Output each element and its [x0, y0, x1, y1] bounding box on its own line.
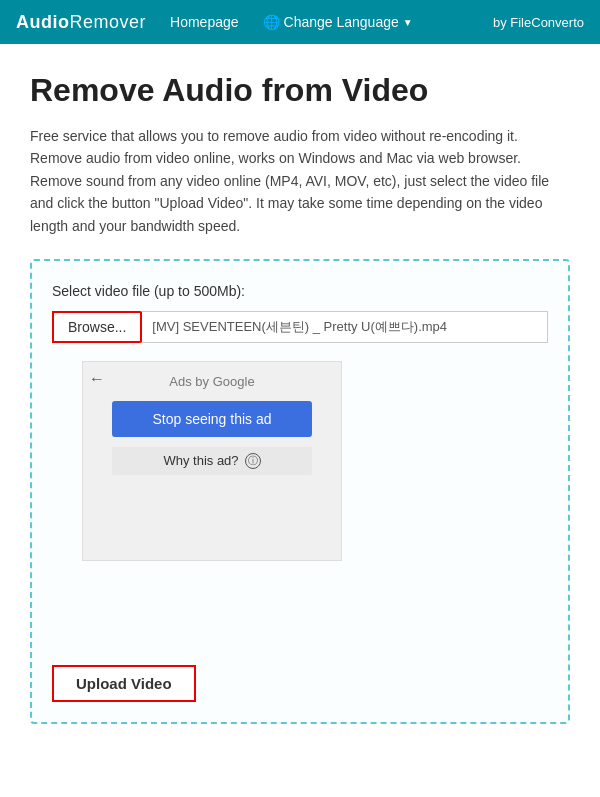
why-this-ad-row[interactable]: Why this ad? ⓘ — [112, 447, 312, 475]
select-label: Select video file (up to 500Mb): — [52, 283, 548, 299]
file-name-display: [MV] SEVENTEEN(세븐틴) _ Pretty U(예쁘다).mp4 — [140, 311, 548, 343]
homepage-label: Homepage — [170, 14, 239, 30]
site-logo: AudioRemover — [16, 12, 146, 33]
description-text: Free service that allows you to remove a… — [30, 125, 570, 237]
page-title: Remove Audio from Video — [30, 72, 570, 109]
stop-seeing-ad-button[interactable]: Stop seeing this ad — [112, 401, 312, 437]
ad-container: ← Ads by Google Stop seeing this ad Why … — [82, 361, 342, 561]
ads-by-google-label: Ads by Google — [169, 374, 254, 389]
ad-back-arrow[interactable]: ← — [89, 370, 105, 388]
browse-button[interactable]: Browse... — [52, 311, 140, 343]
file-input-row: Browse... [MV] SEVENTEEN(세븐틴) _ Pretty U… — [52, 311, 548, 343]
globe-icon: 🌐 — [263, 14, 280, 30]
brand-normal: Remover — [70, 12, 147, 32]
upload-video-button[interactable]: Upload Video — [52, 665, 196, 702]
change-language-label: Change Language — [284, 14, 399, 30]
change-language-link[interactable]: 🌐 Change Language ▼ — [263, 14, 413, 30]
info-icon: ⓘ — [245, 453, 261, 469]
upload-box: Select video file (up to 500Mb): Browse.… — [30, 259, 570, 724]
by-fileconverto: by FileConverto — [493, 15, 584, 30]
dropdown-caret-icon: ▼ — [403, 17, 413, 28]
why-this-ad-label: Why this ad? — [163, 453, 238, 468]
homepage-link[interactable]: Homepage — [170, 14, 239, 30]
brand-bold: Audio — [16, 12, 70, 32]
